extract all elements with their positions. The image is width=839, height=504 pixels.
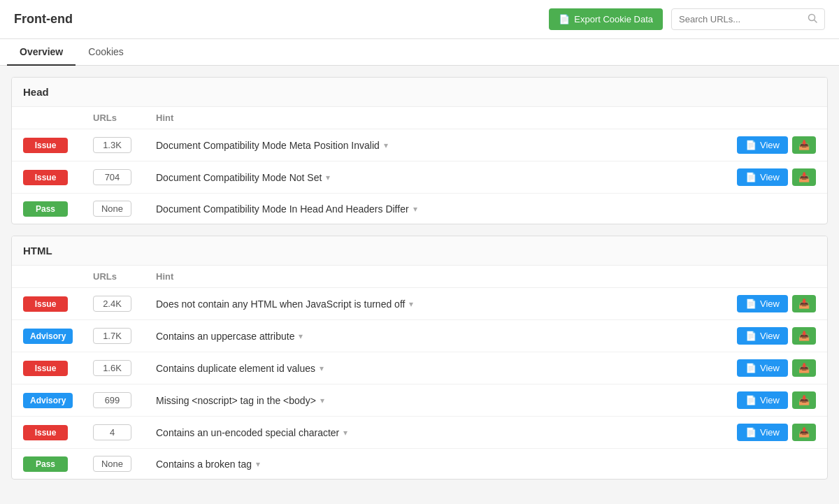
download-button[interactable]: 📥 [792,359,816,377]
head-section-title: Head [12,78,827,107]
view-button[interactable]: 📄 View [737,168,788,186]
hint-text: Document Compatibility Mode In Head And … [156,203,409,215]
url-count: 2.4K [93,296,131,312]
download-button[interactable]: 📥 [792,391,816,409]
html-section-title: HTML [12,236,827,266]
download-icon: 📥 [798,331,810,341]
hint-text: Document Compatibility Mode Meta Positio… [156,140,380,151]
search-input[interactable] [679,14,808,24]
table-row: Issue 704 Document Compatibility Mode No… [12,161,827,194]
header-actions: 📄 Export Cookie Data [549,8,825,30]
head-col-urls: URLs [93,113,156,123]
view-button[interactable]: 📄 View [737,359,788,377]
badge-cell: Issue [23,425,93,440]
tab-overview[interactable]: Overview [7,39,76,66]
url-count: 1.7K [93,328,131,344]
html-col-hint: Hint [156,271,816,282]
page-title: Front-end [14,12,73,27]
badge-cell: Issue [23,296,93,312]
url-count-cell: None [93,456,156,472]
url-count-cell: 1.3K [93,137,156,153]
badge-cell: Pass [23,456,93,472]
chevron-down-icon: ▾ [384,141,388,150]
url-count-cell: 699 [93,392,156,408]
action-buttons: 📄 View 📥 [737,136,816,154]
doc-icon: 📄 [745,331,756,341]
doc-icon: 📄 [745,298,756,309]
url-count: None [93,201,131,217]
view-button[interactable]: 📄 View [737,391,788,409]
search-box [671,8,825,30]
export-cookie-data-button[interactable]: 📄 Export Cookie Data [549,8,663,30]
hint-cell: Missing <noscript> tag in the <body> ▾ [156,395,737,406]
status-badge: Issue [23,296,68,312]
export-icon: 📄 [559,14,570,24]
hint-cell: Does not contain any HTML when JavaScrip… [156,298,737,310]
url-count: 4 [93,424,131,440]
hint-cell: Contains a broken tag ▾ [156,459,816,470]
main-content: Head URLs Hint Issue 1.3K Document Compa… [0,66,839,502]
url-count: 1.6K [93,360,131,376]
url-count-cell: 4 [93,424,156,440]
html-col-badge [23,271,93,282]
head-table-header: URLs Hint [12,107,827,129]
view-button[interactable]: 📄 View [737,424,788,441]
url-count-cell: None [93,201,156,217]
doc-icon: 📄 [745,172,756,182]
search-icon [808,13,817,25]
chevron-down-icon: ▾ [256,459,260,469]
download-icon: 📥 [798,298,810,309]
action-buttons: 📄 View 📥 [737,168,816,186]
chevron-down-icon: ▾ [343,428,347,438]
chevron-down-icon: ▾ [413,204,417,214]
svg-line-1 [815,20,817,23]
url-count: None [93,456,131,472]
url-count-cell: 704 [93,169,156,185]
hint-text: Missing <noscript> tag in the <body> [156,395,316,406]
badge-cell: Pass [23,201,93,217]
download-button[interactable]: 📥 [792,327,816,345]
table-row: Issue 1.6K Contains duplicate element id… [12,352,827,384]
download-button[interactable]: 📥 [792,168,816,186]
status-badge: Issue [23,361,68,376]
download-icon: 📥 [798,395,810,405]
action-buttons: 📄 View 📥 [737,327,816,345]
hint-cell: Contains an un-encoded special character… [156,427,737,438]
view-button[interactable]: 📄 View [737,327,788,345]
badge-cell: Advisory [23,393,93,408]
status-badge: Issue [23,138,68,153]
hint-cell: Contains duplicate element id values ▾ [156,363,737,374]
table-row: Advisory 699 Missing <noscript> tag in t… [12,384,827,417]
hint-cell: Document Compatibility Mode In Head And … [156,203,816,215]
doc-icon: 📄 [745,140,756,150]
doc-icon: 📄 [745,395,756,405]
status-badge: Advisory [23,393,73,408]
table-row: Issue 1.3K Document Compatibility Mode M… [12,129,827,161]
tab-cookies[interactable]: Cookies [76,39,136,66]
download-icon: 📥 [798,172,810,182]
head-col-badge [23,113,93,123]
badge-cell: Advisory [23,329,93,344]
badge-cell: Issue [23,138,93,153]
table-row: Pass None Contains a broken tag ▾ [12,449,827,479]
status-badge: Advisory [23,329,73,344]
table-row: Pass None Document Compatibility Mode In… [12,194,827,224]
url-count: 1.3K [93,137,131,153]
hint-text: Document Compatibility Mode Not Set [156,172,322,183]
status-badge: Pass [23,201,68,217]
hint-text: Does not contain any HTML when JavaScrip… [156,298,405,310]
action-buttons: 📄 View 📥 [737,359,816,377]
url-count-cell: 1.6K [93,360,156,376]
chevron-down-icon: ▾ [320,363,324,373]
html-col-urls: URLs [93,271,156,282]
badge-cell: Issue [23,170,93,185]
download-button[interactable]: 📥 [792,424,816,441]
head-section: Head URLs Hint Issue 1.3K Document Compa… [11,77,828,224]
head-col-hint: Hint [156,113,816,123]
view-button[interactable]: 📄 View [737,295,788,312]
download-icon: 📥 [798,427,810,438]
action-buttons: 📄 View 📥 [737,295,816,312]
view-button[interactable]: 📄 View [737,136,788,154]
download-button[interactable]: 📥 [792,295,816,312]
download-button[interactable]: 📥 [792,136,816,154]
